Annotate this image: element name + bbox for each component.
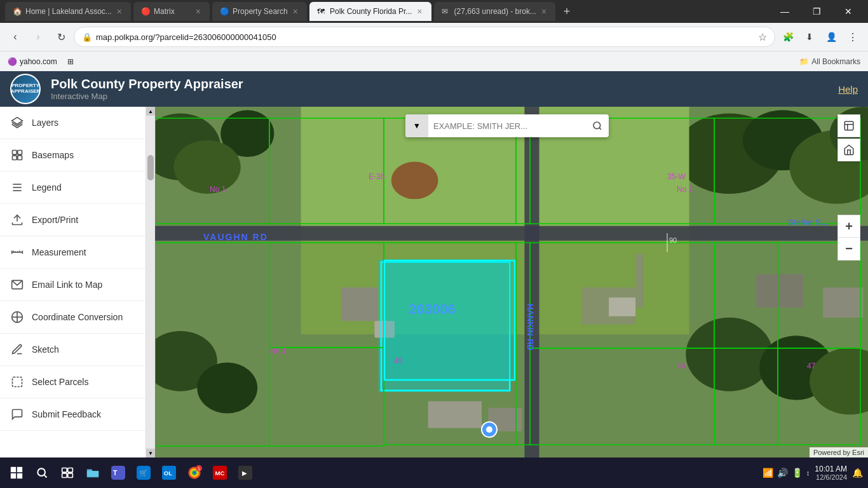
- map-search-bar: ▼: [405, 114, 609, 137]
- bookmark-yahoo[interactable]: 🟣 yahoo.com: [8, 57, 57, 66]
- svg-text:🛒: 🛒: [139, 468, 148, 477]
- tab-email-favicon: ✉: [442, 7, 451, 16]
- volume-icon[interactable]: 🔊: [777, 468, 788, 478]
- sidebar-item-sketch[interactable]: Sketch: [0, 334, 146, 366]
- main-content: PROPERTYAPPRAISER Polk County Property A…: [0, 71, 868, 458]
- forward-button[interactable]: ›: [28, 27, 48, 47]
- tab-home[interactable]: 🏠 Home | Lakeland Assoc... ×: [5, 2, 131, 21]
- all-bookmarks[interactable]: 📁 All Bookmarks: [799, 57, 860, 66]
- sidebar-item-email[interactable]: Email Link to Map: [0, 269, 146, 301]
- network-activity-icon[interactable]: ↕: [806, 469, 810, 477]
- select-label: Select Parcels: [32, 377, 88, 387]
- tab-property-search-close[interactable]: ×: [292, 6, 299, 17]
- map-search-button[interactable]: [586, 114, 609, 137]
- windows-start-button[interactable]: [5, 461, 28, 484]
- search-taskbar-button[interactable]: [31, 461, 53, 484]
- tab-home-close[interactable]: ×: [116, 6, 123, 17]
- sidebar-item-coordinate[interactable]: Coordinate Conversion: [0, 301, 146, 334]
- restore-button[interactable]: ❐: [802, 0, 831, 23]
- sidebar-item-basemaps[interactable]: Basemaps: [0, 139, 146, 172]
- lock-icon: 🔒: [82, 32, 92, 42]
- help-link[interactable]: Help: [838, 84, 858, 95]
- tab-polk-county-close[interactable]: ×: [416, 6, 423, 17]
- browser-button[interactable]: 1: [183, 461, 206, 484]
- reload-button[interactable]: ↻: [51, 27, 71, 47]
- tab-matrix-close[interactable]: ×: [194, 6, 202, 17]
- map-area[interactable]: VAUGHN RD HANKIN-RD 90 263006 No 1 E-36 …: [146, 107, 868, 458]
- time-display[interactable]: 10:01 AM 12/6/2024: [815, 464, 847, 481]
- tab-polk-county-title: Polk County Florida Pr...: [330, 7, 412, 16]
- new-tab-button[interactable]: +: [558, 3, 576, 20]
- url-text: map.polkpa.org/?parcelid=263006000000041…: [96, 32, 758, 42]
- bookmark-apps[interactable]: ⊞: [67, 57, 74, 66]
- sidebar-item-measurement[interactable]: Measurement: [0, 236, 146, 269]
- svg-line-87: [599, 128, 601, 130]
- sketch-icon: [10, 342, 24, 356]
- tab-matrix-title: Matrix: [154, 7, 191, 16]
- svg-text:▶: ▶: [242, 470, 247, 477]
- bookmarks-bar: 🟣 yahoo.com ⊞ 📁 All Bookmarks: [0, 51, 868, 71]
- basemaps-icon: [10, 148, 24, 162]
- sidebar-item-layers[interactable]: Layers: [0, 107, 146, 139]
- svg-rect-48: [823, 287, 863, 317]
- map-vertical-scrollbar[interactable]: ▲ ▼: [146, 107, 155, 458]
- tab-polk-county[interactable]: 🗺 Polk County Florida Pr... ×: [309, 2, 431, 21]
- address-bar[interactable]: 🔒 map.polkpa.org/?parcelid=2630060000000…: [74, 27, 775, 47]
- sidebar-item-export[interactable]: Export/Print: [0, 204, 146, 236]
- close-button[interactable]: ✕: [834, 0, 863, 23]
- svg-rect-93: [11, 473, 16, 478]
- teams-button[interactable]: T: [107, 461, 130, 484]
- map-search-input[interactable]: [428, 114, 586, 137]
- feedback-label: Submit Feedback: [32, 409, 101, 419]
- antivirus-button[interactable]: MC: [208, 461, 231, 484]
- scroll-thumb[interactable]: [147, 155, 154, 180]
- tab-email[interactable]: ✉ (27,663 unread) - brok... ×: [434, 2, 556, 21]
- parcel-info-button[interactable]: [837, 114, 860, 137]
- minimize-button[interactable]: —: [770, 0, 799, 23]
- extra-button[interactable]: ▶: [234, 461, 257, 484]
- svg-point-86: [593, 122, 600, 129]
- outlook-button[interactable]: OL: [158, 461, 180, 484]
- zoom-in-button[interactable]: +: [837, 215, 860, 238]
- taskview-button[interactable]: [56, 461, 79, 484]
- app-body: Layers Basemaps: [0, 107, 868, 458]
- profile-button[interactable]: 👤: [821, 27, 841, 47]
- home-extent-button[interactable]: [837, 139, 860, 161]
- svg-point-37: [197, 362, 257, 413]
- tab-email-close[interactable]: ×: [540, 6, 548, 17]
- download-button[interactable]: ⬇: [799, 27, 820, 47]
- notification-center-icon[interactable]: 🔔: [852, 468, 863, 478]
- coordinate-label: Coordinate Conversion: [32, 312, 123, 322]
- svg-point-50: [391, 161, 438, 199]
- tab-property-search-title: Property Search: [233, 7, 288, 16]
- store-button[interactable]: 🛒: [132, 461, 155, 484]
- battery-icon[interactable]: 🔋: [792, 468, 803, 478]
- back-button[interactable]: ‹: [5, 27, 25, 47]
- app-subtitle: Interactive Map: [51, 92, 243, 101]
- apps-icon: ⊞: [67, 57, 74, 66]
- svg-rect-49: [635, 254, 644, 308]
- taskbar-right: 📶 🔊 🔋 ↕ 10:01 AM 12/6/2024 🔔: [763, 464, 863, 481]
- yahoo-favicon: 🟣: [8, 57, 17, 66]
- files-button[interactable]: [81, 461, 104, 484]
- sketch-label: Sketch: [32, 344, 59, 355]
- menu-button[interactable]: ⋮: [843, 27, 863, 47]
- map-credit: Powered by Esri: [810, 447, 868, 458]
- extensions-button[interactable]: 🧩: [778, 27, 798, 47]
- zoom-out-button[interactable]: −: [837, 238, 860, 261]
- tab-matrix-favicon: 🔴: [141, 7, 150, 16]
- bookmark-star-icon[interactable]: ☆: [758, 31, 767, 43]
- yahoo-label: yahoo.com: [20, 57, 57, 66]
- sidebar-item-feedback[interactable]: Submit Feedback: [0, 398, 146, 431]
- tab-property-search[interactable]: 🔵 Property Search ×: [212, 2, 307, 21]
- svg-rect-92: [17, 467, 22, 472]
- tab-matrix[interactable]: 🔴 Matrix ×: [133, 2, 210, 21]
- search-dropdown[interactable]: ▼: [405, 114, 428, 137]
- sidebar-item-legend[interactable]: Legend: [0, 172, 146, 204]
- sidebar-item-select[interactable]: Select Parcels: [0, 366, 146, 398]
- email-icon: [10, 278, 24, 292]
- address-bar-row: ‹ › ↻ 🔒 map.polkpa.org/?parcelid=2630060…: [0, 23, 868, 51]
- bookmarks-folder-icon: 📁: [799, 57, 809, 66]
- feedback-icon: [10, 407, 24, 421]
- wifi-icon[interactable]: 📶: [763, 468, 773, 478]
